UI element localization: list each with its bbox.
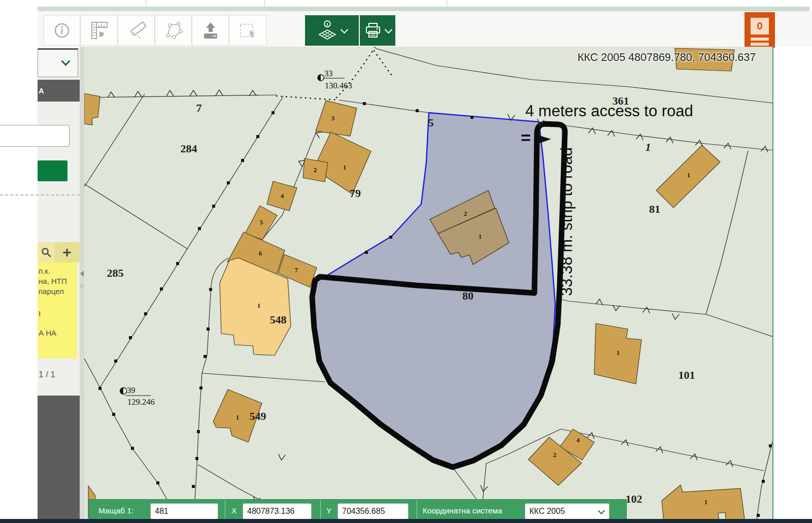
add-result-button[interactable]: + [54,242,80,263]
svg-text:549: 549 [250,410,266,422]
svg-text:285: 285 [107,267,124,279]
selection-list-button[interactable]: 0 [745,12,775,48]
result-highlight-panel: п.к. на, НТП парцел І А НА [38,263,77,358]
svg-text:2: 2 [553,451,557,459]
access-annotation: 4 meters access to road [525,102,693,120]
crs-dropdown[interactable]: ККС 2005 [525,503,610,519]
svg-text:1: 1 [687,171,691,179]
svg-text:1: 1 [704,498,708,506]
svg-text:1: 1 [236,413,240,421]
svg-text:7: 7 [196,102,202,114]
result-pager: 1 / 1 [39,370,55,380]
polygon-area-icon [163,20,184,41]
chevron-down-icon [340,25,348,34]
export-upload-button[interactable] [192,15,229,46]
svg-text:4: 4 [281,192,284,200]
y-label: Y [326,506,331,515]
strip-annotation: 33.38 m. strip to road [558,147,576,296]
svg-text:79: 79 [350,187,361,200]
collapse-sidebar-icon[interactable] [80,271,84,277]
crs-label: Координатна система [423,506,502,515]
result-line: п.к. [39,267,50,275]
chevron-down-icon [598,507,605,514]
sidebar-dropdown[interactable] [38,48,78,77]
y-coordinate-input[interactable] [337,503,409,519]
layers-info-button[interactable] [305,15,359,46]
top-divider-line [264,0,265,7]
toolbar-top-accent [37,7,809,11]
info-button[interactable] [44,15,80,46]
result-line: І [39,309,41,318]
result-line: А НА [39,329,56,337]
svg-text:6: 6 [259,249,262,257]
ruler-button[interactable] [118,15,155,46]
svg-text:80: 80 [462,289,473,302]
zoom-to-result-button[interactable] [38,242,54,263]
select-region-button[interactable] [229,15,266,46]
svg-text:7: 7 [295,266,298,274]
selection-count-badge: 0 [751,18,769,35]
svg-text:102: 102 [626,493,642,505]
map-canvas[interactable]: 33 130.463 39 129.246 7 284 285 79 80 5 … [84,47,773,523]
svg-text:548: 548 [270,313,287,326]
equals-symbol: = [521,128,531,147]
x-coordinate-input[interactable] [243,503,312,519]
map-toolbar [37,11,812,47]
print-button[interactable] [360,15,395,46]
browser-top-strip [0,0,812,7]
polygon-area-button[interactable] [155,15,192,46]
svg-text:1: 1 [617,349,620,356]
sidebar-footer-block [38,396,80,519]
result-line: на, НТП [39,277,67,285]
window-bottom-edge [0,519,812,523]
sidebar-divider [0,194,80,195]
chevron-down-icon [61,56,70,66]
sidebar-section-header: А [38,80,80,102]
info-icon [53,22,71,39]
chevron-down-icon [384,25,392,34]
svg-text:33: 33 [324,69,333,78]
svg-text:5: 5 [428,116,434,129]
top-divider-line [447,0,447,7]
scale-input[interactable] [150,503,218,519]
svg-text:1: 1 [343,164,347,171]
svg-text:3: 3 [331,114,335,122]
svg-text:1: 1 [257,302,261,309]
measure-parcel-button[interactable] [80,15,118,46]
export-upload-icon [200,20,221,41]
top-divider-line [146,0,146,7]
x-label: X [231,506,236,515]
svg-text:5: 5 [260,218,263,226]
list-bar [751,38,769,41]
svg-text:39: 39 [127,385,136,395]
svg-text:1: 1 [646,141,651,153]
crs-value: ККС 2005 [529,507,565,516]
result-line: парцел [39,287,64,296]
printer-icon [364,22,382,39]
scale-label: Мащаб 1: [98,506,133,515]
svg-text:2: 2 [314,166,317,174]
svg-text:129.246: 129.246 [127,397,155,407]
svg-text:81: 81 [649,203,660,215]
svg-text:101: 101 [679,369,695,381]
ruler-icon [126,20,147,41]
layers-info-icon [317,20,337,41]
svg-text:284: 284 [181,142,197,155]
svg-text:1: 1 [479,233,482,240]
svg-text:130.463: 130.463 [325,81,352,90]
sidebar-search-button[interactable] [38,160,67,181]
list-bar [751,43,769,46]
search-icon [41,247,52,258]
svg-text:4: 4 [577,436,580,444]
svg-text:2: 2 [464,210,467,217]
sidebar-search-input[interactable] [0,125,70,147]
equals-sub: 3 [534,135,540,147]
cursor-coordinates-readout: ККС 2005 4807869.780, 704360.637 [578,51,760,64]
select-region-icon [238,20,258,41]
sidebar-margin [0,0,38,523]
measure-parcel-icon [89,20,109,41]
